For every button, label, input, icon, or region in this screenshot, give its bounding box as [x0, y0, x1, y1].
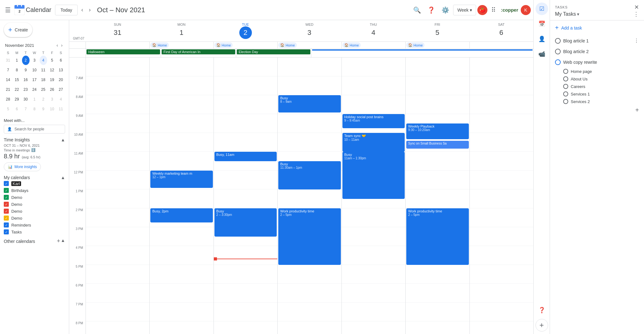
week-selector[interactable]: Week▾ — [453, 5, 476, 15]
mini-cal-day[interactable]: 16 — [22, 75, 30, 85]
mini-cal-day[interactable]: 13 — [57, 65, 65, 75]
mini-cal-day[interactable]: 19 — [48, 75, 56, 85]
task-subtask-services1[interactable]: Services 1 — [550, 90, 644, 98]
busy-11am-tue-event[interactable]: Busy, 11am — [214, 152, 277, 161]
task-radio-careers[interactable] — [563, 84, 568, 89]
add-other-calendar-button[interactable]: + — [57, 238, 60, 244]
calendar-item-personal[interactable]: ✓ Karl — [4, 180, 65, 187]
mini-cal-day[interactable]: 31 — [4, 56, 12, 65]
mini-cal-day[interactable]: 8 — [13, 65, 21, 75]
search-button[interactable]: 🔍 — [411, 4, 424, 16]
today-button[interactable]: Today — [55, 5, 77, 15]
mini-cal-day[interactable]: 1 — [31, 95, 38, 104]
task-radio-blog2[interactable] — [555, 49, 561, 54]
mini-cal-day[interactable]: 6 — [13, 104, 21, 114]
add-panel-button[interactable]: + — [536, 319, 548, 331]
calendar-item-reminders[interactable]: ✓ Reminders — [4, 222, 65, 228]
work-productivity-fri-event[interactable]: Work productivity time 2 – 5pm — [406, 208, 469, 265]
first-day-event[interactable]: First Day of American In — [162, 49, 235, 54]
allday-wed-sat[interactable] — [311, 49, 533, 57]
mini-cal-day[interactable]: 3 — [48, 95, 56, 104]
day-header-sun[interactable]: SUN 31 — [86, 20, 149, 41]
day-header-mon[interactable]: MON 1 — [149, 20, 213, 41]
zoom-panel-icon[interactable]: 📹 — [536, 48, 548, 60]
allday-tue[interactable]: Election Day — [236, 49, 311, 57]
mini-cal-day[interactable]: 5 — [48, 56, 56, 65]
day-header-wed[interactable]: WED 3 — [277, 20, 341, 41]
busy-2-330-event[interactable]: Busy 2 – 3:30pm — [214, 208, 277, 237]
more-insights-button[interactable]: 📊 More insights — [4, 162, 41, 171]
mini-cal-day[interactable]: 26 — [48, 85, 56, 94]
mini-cal-day[interactable]: 8 — [31, 104, 38, 114]
hamburger-button[interactable]: ☰ — [3, 4, 13, 16]
tasks-close-button[interactable]: ✕ — [634, 4, 639, 11]
home-fri[interactable]: 🏠 Home — [405, 42, 469, 48]
home-wed[interactable]: 🏠 Home — [277, 42, 341, 48]
prev-arrow[interactable]: ‹ — [79, 5, 86, 15]
mini-cal-day[interactable]: 5 — [4, 104, 12, 114]
task-item-blog2[interactable]: Blog article 2 — [550, 46, 644, 57]
mini-cal-day[interactable]: 12 — [48, 65, 56, 75]
calendar-item-demo2[interactable]: ✓ Demo — [4, 201, 65, 208]
busy-8-9am-wed-event[interactable]: Busy 8 – 9am — [278, 95, 341, 112]
home-tue[interactable]: 🏠 Home — [214, 42, 277, 48]
add-subtask-button[interactable]: + — [635, 107, 639, 114]
mini-cal-day[interactable]: 27 — [57, 85, 65, 94]
mini-cal-day[interactable]: 11 — [57, 104, 65, 114]
user-avatar[interactable]: K — [521, 5, 531, 15]
mini-cal-next[interactable]: › — [60, 42, 64, 48]
help-button[interactable]: ❓ — [425, 4, 438, 16]
task-radio-services1[interactable] — [563, 91, 568, 96]
calendar-item-tasks[interactable]: ✓ Tasks — [4, 228, 65, 235]
mini-cal-day[interactable]: 4 — [57, 95, 65, 104]
day-header-sat[interactable]: SAT 6 — [469, 20, 533, 41]
mini-cal-day[interactable]: 23 — [22, 85, 30, 94]
help-panel-icon[interactable]: ❓ — [536, 304, 548, 316]
mini-cal-day[interactable]: 11 — [40, 65, 47, 75]
calendar-item-demo3[interactable]: ✓ Demo — [4, 208, 65, 215]
task-radio-blog1[interactable] — [555, 38, 561, 44]
mini-cal-prev[interactable]: ‹ — [55, 42, 59, 48]
mini-cal-day[interactable]: 17 — [31, 75, 38, 85]
mini-cal-day[interactable]: 14 — [4, 75, 12, 85]
task-radio-webcopy[interactable] — [555, 59, 561, 65]
task-radio-homepage[interactable] — [563, 69, 568, 74]
holiday-social-event[interactable]: Holiday social post brains 9 – 9:45am — [342, 114, 405, 128]
weekly-marketing-event[interactable]: Weekly marketing team m 12 – 1pm — [150, 171, 213, 188]
create-button[interactable]: + Create — [4, 23, 32, 37]
busy-1130-1pm-event[interactable]: Busy 11:30am – 1pm — [278, 161, 341, 189]
mini-cal-day[interactable]: 25 — [40, 85, 47, 94]
task-item-blog1[interactable]: Blog article 1 ⋮ — [550, 35, 644, 46]
mini-cal-day[interactable]: 24 — [31, 85, 38, 94]
task-radio-services2[interactable] — [563, 99, 568, 104]
weekly-playback-event[interactable]: Weekly Playback 9:30 – 10:20am — [406, 123, 469, 139]
apps-grid-button[interactable]: ⠿ — [489, 4, 498, 16]
mini-cal-day[interactable]: 10 — [31, 65, 38, 75]
mini-cal-day[interactable]: 29 — [13, 95, 21, 104]
mini-cal-day[interactable]: 9 — [22, 65, 30, 75]
mini-cal-day[interactable]: 10 — [48, 104, 56, 114]
calendar-item-demo4[interactable]: ✓ Demo — [4, 215, 65, 222]
mini-cal-day[interactable]: 6 — [57, 56, 65, 65]
mini-cal-day[interactable]: 3 — [31, 56, 38, 65]
my-calendars-header[interactable]: My calendars ▲ — [4, 175, 65, 180]
tasks-panel-icon[interactable]: ☑ — [536, 3, 548, 15]
spanning-blue-event[interactable] — [312, 49, 533, 51]
day-header-fri[interactable]: FRI 5 — [405, 20, 469, 41]
task-subtask-aboutus[interactable]: About Us — [550, 75, 644, 83]
mini-cal-day[interactable]: 22 — [13, 85, 21, 94]
sync-small-business-event[interactable]: Sync on Small Business Sa — [406, 141, 469, 149]
calendar-item-demo1[interactable]: ✓ Demo — [4, 194, 65, 201]
task-subtask-careers[interactable]: Careers — [550, 83, 644, 90]
tomato-timer-icon[interactable]: 🍅 — [477, 5, 487, 15]
task-radio-aboutus[interactable] — [563, 76, 568, 81]
election-day-event[interactable]: Election Day — [237, 49, 310, 54]
busy-2pm-event[interactable]: Busy, 2pm — [150, 208, 213, 222]
mini-cal-day[interactable]: 7 — [22, 104, 30, 114]
task-kebab-blog1[interactable]: ⋮ — [634, 38, 639, 44]
home-mon[interactable]: 🏠 Home — [149, 42, 213, 48]
allday-mon[interactable]: First Day of American In — [161, 49, 236, 57]
calendar-item-birthdays[interactable]: ✓ Birthdays — [4, 187, 65, 194]
work-productivity-wed-event[interactable]: Work productivity time 2 – 5pm — [278, 208, 341, 265]
search-people-input[interactable]: 👤 Search for people — [4, 125, 65, 134]
